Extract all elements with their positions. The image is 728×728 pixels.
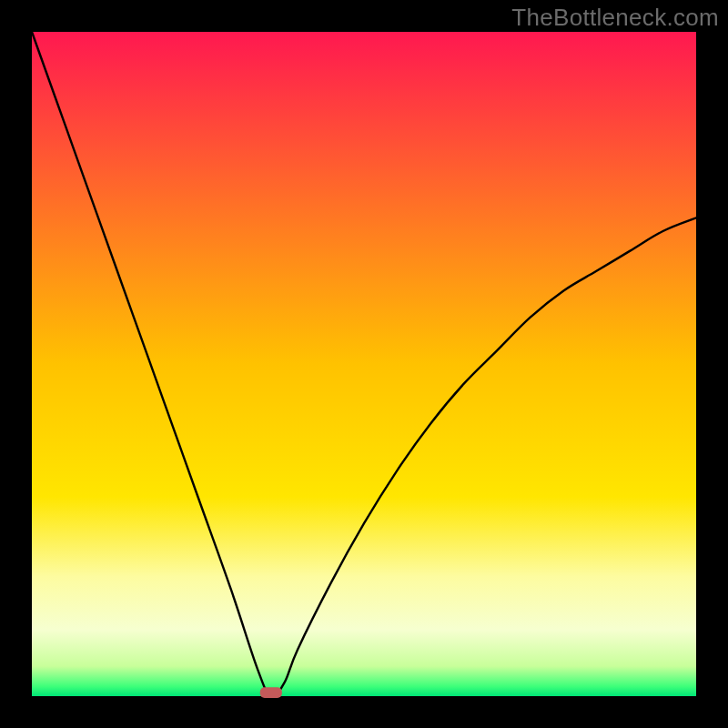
bottleneck-chart	[0, 0, 728, 728]
chart-background	[32, 32, 696, 696]
optimal-marker	[260, 687, 282, 698]
chart-stage: TheBottleneck.com	[0, 0, 728, 728]
watermark-text: TheBottleneck.com	[511, 4, 719, 32]
